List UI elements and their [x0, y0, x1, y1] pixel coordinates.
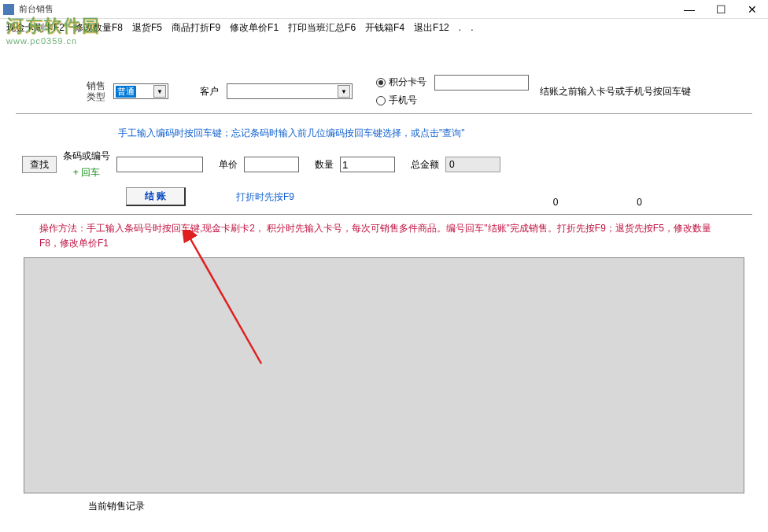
points-card-label: 积分卡号 [389, 76, 426, 89]
menu-dot1[interactable]: . [459, 22, 461, 33]
menu-modify-price[interactable]: 修改单价F1 [230, 21, 279, 35]
card-number-input[interactable] [434, 75, 529, 91]
close-button[interactable]: ✕ [737, 0, 768, 19]
sale-type-label: 销售 类型 [87, 80, 105, 103]
search-button[interactable]: 查找 [22, 156, 57, 173]
menu-cash-drawer[interactable]: 开钱箱F4 [365, 21, 404, 35]
menu-modify-qty[interactable]: 修改数量F8 [74, 21, 123, 35]
instruction-text: 操作方法：手工输入条码号时按回车键,现金卡刷卡2， 积分时先输入卡号，每次可销售… [39, 221, 729, 251]
divider [16, 113, 752, 114]
qty-label: 数量 [315, 158, 334, 172]
menu-exit[interactable]: 退出F12 [414, 21, 449, 35]
qty-input[interactable] [340, 157, 395, 172]
customer-label: 客户 [200, 85, 219, 98]
phone-radio[interactable] [376, 96, 386, 105]
menu-dot2[interactable]: . [471, 22, 473, 33]
enter-hint: + 回车 [73, 166, 100, 179]
menu-print-summary[interactable]: 打印当班汇总F6 [288, 21, 356, 35]
checkout-button[interactable]: 结 账 [126, 187, 186, 206]
price-label: 单价 [219, 158, 238, 172]
maximize-button[interactable]: ☐ [705, 0, 737, 19]
sale-type-value: 普通 [116, 86, 136, 98]
total-value: 0 [445, 157, 500, 172]
summary-num2: 0 [637, 197, 642, 208]
titlebar: 前台销售 — ☐ ✕ [0, 0, 768, 19]
phone-label: 手机号 [389, 94, 417, 107]
menu-discount[interactable]: 商品打折F9 [172, 21, 220, 35]
menubar: 现金卡刷卡F2 修改数量F8 退货F5 商品打折F9 修改单价F1 打印当班汇总… [0, 19, 768, 36]
points-card-radio[interactable] [376, 78, 386, 87]
app-icon [3, 4, 14, 15]
card-hint-label: 结账之前输入卡号或手机号按回车键 [540, 85, 691, 98]
data-grid-area[interactable] [24, 257, 744, 493]
total-label: 总金额 [411, 158, 439, 172]
barcode-input[interactable] [116, 157, 203, 172]
discount-hint: 打折时先按F9 [236, 190, 294, 204]
menu-return[interactable]: 退货F5 [132, 21, 162, 35]
summary-num1: 0 [553, 197, 559, 208]
divider [16, 214, 752, 215]
barcode-hint: 手工输入编码时按回车键；忘记条码时输入前几位编码按回车键选择，或点击"查询" [118, 127, 752, 140]
minimize-button[interactable]: — [674, 0, 705, 19]
customer-select[interactable]: ▼ [227, 83, 353, 99]
sale-type-select[interactable]: 普通 ▼ [113, 83, 168, 99]
chevron-down-icon: ▼ [153, 85, 166, 98]
barcode-label: 条码或编号 [63, 150, 110, 163]
price-input[interactable] [244, 157, 299, 172]
chevron-down-icon: ▼ [338, 85, 350, 98]
window-title: 前台销售 [19, 3, 54, 15]
menu-cash-card[interactable]: 现金卡刷卡F2 [6, 21, 65, 35]
current-record-label: 当前销售记录 [88, 500, 752, 513]
